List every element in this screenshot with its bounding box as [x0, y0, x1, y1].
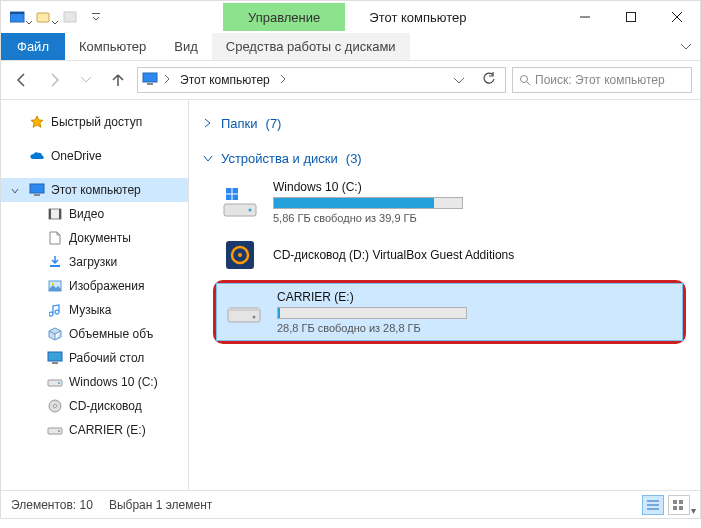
nav-video[interactable]: Видео — [1, 202, 188, 226]
group-folders-count: (7) — [266, 116, 282, 131]
forward-button[interactable] — [41, 67, 67, 93]
disc-vbox-icon — [221, 236, 259, 274]
svg-point-30 — [249, 209, 252, 212]
document-icon — [47, 230, 63, 246]
nav-desktop[interactable]: Рабочий стол — [1, 346, 188, 370]
nav-label: Загрузки — [69, 255, 117, 269]
drive-item-d[interactable]: CD-дисковод (D:) VirtualBox Guest Additi… — [213, 230, 686, 280]
address-bar[interactable]: Этот компьютер — [137, 67, 506, 93]
qat-disabled-icon — [61, 8, 79, 26]
nav-this-pc[interactable]: Этот компьютер — [1, 178, 188, 202]
nav-label: Рабочий стол — [69, 351, 144, 365]
breadcrumb-this-pc[interactable]: Этот компьютер — [176, 71, 274, 89]
content-pane: Папки (7) Устройства и диски (3) Windows… — [189, 100, 700, 490]
nav-label: OneDrive — [51, 149, 102, 163]
tab-view[interactable]: Вид — [160, 33, 212, 60]
nav-label: Объемные объ — [69, 327, 153, 341]
nav-downloads[interactable]: Загрузки — [1, 250, 188, 274]
nav-cd-drive[interactable]: CD-дисковод — [1, 394, 188, 418]
group-devices-label: Устройства и диски — [221, 151, 338, 166]
nav-music[interactable]: Музыка — [1, 298, 188, 322]
refresh-button[interactable] — [477, 72, 501, 89]
tab-disk-tools[interactable]: Средства работы с дисками — [212, 33, 410, 60]
svg-rect-34 — [226, 195, 232, 201]
svg-line-12 — [527, 82, 530, 85]
drive-item-c[interactable]: Windows 10 (C:) 5,86 ГБ свободно из 39,9… — [213, 174, 686, 230]
svg-rect-16 — [49, 209, 51, 219]
nav-label: Музыка — [69, 303, 111, 317]
tab-file[interactable]: Файл — [1, 33, 65, 60]
drives-list: Windows 10 (C:) 5,86 ГБ свободно из 39,9… — [203, 174, 686, 344]
svg-rect-17 — [59, 209, 61, 219]
chevron-down-icon — [203, 151, 213, 166]
svg-point-11 — [521, 76, 528, 83]
properties-icon[interactable] — [9, 8, 27, 26]
svg-point-26 — [54, 405, 57, 408]
nav-3d-objects[interactable]: Объемные объ — [1, 322, 188, 346]
minimize-button[interactable] — [562, 2, 608, 32]
drive-item-e[interactable]: CARRIER (E:) 28,8 ГБ свободно из 28,8 ГБ — [216, 283, 683, 341]
body: Быстрый доступ OneDrive Этот компьютер В… — [1, 100, 700, 490]
svg-rect-4 — [92, 13, 100, 14]
nav-label: Быстрый доступ — [51, 115, 142, 129]
close-button[interactable] — [654, 2, 700, 32]
search-placeholder: Поиск: Этот компьютер — [535, 73, 665, 87]
navigation-pane: Быстрый доступ OneDrive Этот компьютер В… — [1, 100, 189, 490]
drive-windows-icon — [221, 183, 259, 221]
ribbon-tabs: Файл Компьютер Вид Средства работы с дис… — [1, 33, 700, 61]
search-input[interactable]: Поиск: Этот компьютер — [512, 67, 692, 93]
view-toggle — [642, 495, 690, 515]
nav-drive-e[interactable]: CARRIER (E:) — [1, 418, 188, 442]
group-devices[interactable]: Устройства и диски (3) — [203, 147, 686, 170]
nav-label: CARRIER (E:) — [69, 423, 146, 437]
star-icon — [29, 114, 45, 130]
svg-point-20 — [52, 283, 54, 285]
ribbon-collapse-button[interactable] — [672, 33, 700, 60]
drive-usage-bar — [273, 197, 463, 209]
new-folder-icon[interactable] — [35, 8, 53, 26]
nav-onedrive[interactable]: OneDrive — [1, 144, 188, 168]
view-details-button[interactable] — [642, 495, 664, 515]
drive-icon — [225, 293, 263, 331]
nav-pictures[interactable]: Изображения — [1, 274, 188, 298]
svg-rect-14 — [34, 194, 40, 196]
qat-dropdown-icon[interactable] — [87, 8, 105, 26]
drive-free-text: 28,8 ГБ свободно из 28,8 ГБ — [277, 322, 674, 334]
group-folders[interactable]: Папки (7) — [203, 112, 686, 135]
recent-locations-button[interactable] — [73, 67, 99, 93]
desktop-icon — [47, 350, 63, 366]
nav-label: Этот компьютер — [51, 183, 141, 197]
music-icon — [47, 302, 63, 318]
nav-label: CD-дисковод — [69, 399, 142, 413]
svg-rect-13 — [30, 184, 44, 193]
chevron-down-icon[interactable] — [11, 184, 19, 198]
status-selected: Выбран 1 элемент — [109, 498, 212, 512]
tab-computer[interactable]: Компьютер — [65, 33, 160, 60]
maximize-button[interactable] — [608, 2, 654, 32]
nav-label: Windows 10 (C:) — [69, 375, 158, 389]
chevron-right-icon[interactable] — [280, 73, 286, 87]
back-button[interactable] — [9, 67, 35, 93]
chevron-down-icon — [26, 14, 32, 28]
window-title: Этот компьютер — [345, 10, 562, 25]
drive-name: CARRIER (E:) — [277, 290, 674, 304]
nav-drive-c[interactable]: Windows 10 (C:) — [1, 370, 188, 394]
window-controls — [562, 2, 700, 32]
svg-rect-9 — [143, 73, 157, 82]
download-icon — [47, 254, 63, 270]
svg-rect-22 — [52, 362, 58, 364]
ribbon-context-label[interactable]: Управление — [223, 3, 345, 31]
nav-documents[interactable]: Документы — [1, 226, 188, 250]
svg-point-28 — [58, 430, 60, 432]
nav-label: Видео — [69, 207, 104, 221]
nav-quick-access[interactable]: Быстрый доступ — [1, 110, 188, 134]
search-icon — [519, 74, 531, 86]
address-history-button[interactable] — [447, 73, 471, 87]
svg-rect-1 — [10, 12, 24, 14]
view-icons-button[interactable] — [668, 495, 690, 515]
svg-point-24 — [58, 382, 60, 384]
chevron-right-icon — [203, 116, 213, 131]
chevron-right-icon[interactable] — [164, 73, 170, 87]
group-devices-count: (3) — [346, 151, 362, 166]
up-button[interactable] — [105, 67, 131, 93]
